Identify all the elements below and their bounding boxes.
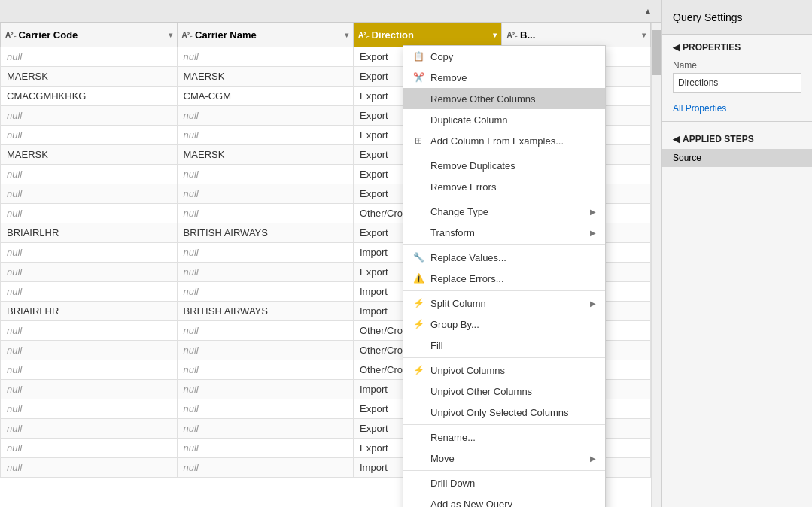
- table-cell: null: [177, 360, 354, 380]
- transform-icon: [412, 226, 424, 238]
- menu-item-remove-errors[interactable]: Remove Errors: [403, 176, 605, 197]
- table-cell: null: [177, 184, 354, 204]
- copy-icon: 📋: [412, 50, 424, 62]
- menu-item-remove-other-columns[interactable]: Remove Other Columns: [403, 88, 605, 109]
- menu-item-remove-duplicates[interactable]: Remove Duplicates: [403, 155, 605, 176]
- change-type-icon: [412, 205, 424, 217]
- col-dropdown-carrier-name[interactable]: ▾: [345, 31, 348, 39]
- scroll-bar[interactable]: [651, 23, 661, 507]
- remove-duplicates-icon: [412, 159, 424, 172]
- table-cell: MAERSK: [177, 67, 354, 87]
- copy-label: Copy: [430, 51, 596, 62]
- menu-item-group-by[interactable]: ⚡Group By...: [403, 314, 605, 335]
- menu-item-drill-down[interactable]: Drill Down: [403, 472, 605, 493]
- duplicate-column-label: Duplicate Column: [430, 114, 596, 126]
- col-header-carrier-name[interactable]: A²꜀ Carrier Name ▾: [177, 23, 354, 47]
- add-as-new-query-icon: [412, 498, 424, 507]
- fill-label: Fill: [430, 340, 596, 351]
- table-cell: null: [1, 458, 178, 478]
- table-cell: null: [1, 380, 178, 399]
- menu-divider: [403, 290, 605, 291]
- step-item-source[interactable]: Source: [662, 149, 812, 167]
- scroll-thumb[interactable]: [652, 30, 661, 75]
- table-cell: null: [177, 458, 354, 478]
- table-cell: BRIAIRLHR: [1, 302, 178, 321]
- menu-item-replace-errors[interactable]: ⚠️Replace Errors...: [403, 268, 605, 289]
- table-cell: null: [177, 106, 354, 126]
- unpivot-other-columns-label: Unpivot Other Columns: [430, 386, 596, 397]
- split-column-arrow-icon: ▶: [590, 299, 596, 308]
- menu-item-split-column[interactable]: ⚡Split Column▶: [403, 293, 605, 314]
- remove-other-columns-icon: [412, 93, 424, 105]
- unpivot-columns-icon: ⚡: [412, 364, 424, 376]
- table-cell: null: [177, 399, 354, 419]
- menu-item-fill[interactable]: Fill: [403, 335, 605, 356]
- col-type-badge-carrier-name: A²꜀: [182, 31, 193, 40]
- menu-item-unpivot-other-columns[interactable]: Unpivot Other Columns: [403, 381, 605, 402]
- table-cell: null: [177, 243, 354, 263]
- properties-section: ◀ PROPERTIES Name All Properties ◀ APPLI…: [662, 35, 812, 507]
- menu-item-unpivot-only-selected[interactable]: Unpivot Only Selected Columns: [403, 402, 605, 423]
- table-cell: MAERSK: [1, 67, 178, 87]
- properties-content: Name: [662, 57, 812, 100]
- table-cell: null: [177, 380, 354, 399]
- add-column-from-examples-label: Add Column From Examples...: [430, 135, 596, 147]
- table-cell: null: [1, 165, 178, 184]
- replace-errors-label: Replace Errors...: [430, 273, 596, 284]
- drill-down-label: Drill Down: [430, 478, 596, 489]
- col-dropdown-carrier-code[interactable]: ▾: [169, 31, 172, 39]
- menu-item-change-type[interactable]: Change Type▶: [403, 201, 605, 222]
- table-area: ▲ A²꜀ Carrier Code ▾ A²꜀ Ca: [0, 0, 661, 507]
- replace-errors-icon: ⚠️: [412, 272, 424, 284]
- replace-values-label: Replace Values...: [430, 252, 596, 263]
- move-icon: [412, 452, 424, 464]
- menu-divider: [403, 470, 605, 471]
- col-header-carrier-code[interactable]: A²꜀ Carrier Code ▾: [1, 23, 178, 47]
- table-cell: null: [1, 263, 178, 282]
- table-cell: CMA-CGM: [177, 87, 354, 106]
- menu-item-remove[interactable]: ✂️Remove: [403, 67, 605, 88]
- applied-steps-title: ◀ APPLIED STEPS: [662, 126, 812, 149]
- split-column-label: Split Column: [430, 298, 584, 309]
- menu-item-add-column-from-examples[interactable]: ⊞Add Column From Examples...: [403, 130, 605, 151]
- col-dropdown-direction[interactable]: ▾: [493, 31, 497, 39]
- triangle-icon-steps: ◀: [673, 134, 680, 144]
- split-column-icon: ⚡: [412, 297, 424, 309]
- remove-icon: ✂️: [412, 71, 424, 83]
- col-type-badge-carrier-code: A²꜀: [5, 31, 16, 40]
- table-header-row: A²꜀ Carrier Code ▾ A²꜀ Carrier Name ▾: [1, 23, 651, 47]
- name-input[interactable]: [673, 73, 801, 93]
- all-properties-link[interactable]: All Properties: [662, 100, 812, 117]
- remove-other-columns-label: Remove Other Columns: [430, 93, 596, 105]
- table-cell: MAERSK: [177, 145, 354, 165]
- col-header-extra[interactable]: A²꜀ B... ▾: [502, 23, 651, 47]
- unpivot-only-selected-label: Unpivot Only Selected Columns: [430, 407, 596, 418]
- table-cell: null: [177, 204, 354, 223]
- menu-item-duplicate-column[interactable]: Duplicate Column: [403, 109, 605, 130]
- table-cell: null: [1, 360, 178, 380]
- remove-label: Remove: [430, 72, 596, 83]
- menu-item-move[interactable]: Move▶: [403, 448, 605, 469]
- unpivot-only-selected-icon: [412, 406, 424, 418]
- unpivot-other-columns-icon: [412, 385, 424, 397]
- properties-section-title: ◀ PROPERTIES: [662, 35, 812, 57]
- fill-icon: [412, 339, 424, 351]
- table-cell: null: [177, 165, 354, 184]
- divider-line: [662, 121, 812, 122]
- menu-item-copy[interactable]: 📋Copy: [403, 46, 605, 67]
- table-cell: null: [177, 439, 354, 458]
- collapse-arrow-icon[interactable]: ▲: [640, 4, 655, 19]
- menu-item-transform[interactable]: Transform▶: [403, 222, 605, 243]
- menu-divider: [403, 153, 605, 153]
- col-dropdown-extra[interactable]: ▾: [642, 31, 646, 39]
- table-cell: null: [1, 106, 178, 126]
- menu-item-add-as-new-query[interactable]: Add as New Query: [403, 493, 605, 507]
- menu-item-replace-values[interactable]: 🔧Replace Values...: [403, 247, 605, 268]
- col-header-direction[interactable]: A²꜀ Direction ▾: [354, 23, 502, 47]
- menu-item-rename[interactable]: Rename...: [403, 427, 605, 448]
- col-type-badge-direction: A²꜀: [358, 31, 369, 40]
- menu-item-unpivot-columns[interactable]: ⚡Unpivot Columns: [403, 360, 605, 381]
- rename-icon: [412, 431, 424, 443]
- col-label-carrier-name: Carrier Name: [195, 29, 257, 41]
- table-cell: null: [177, 321, 354, 341]
